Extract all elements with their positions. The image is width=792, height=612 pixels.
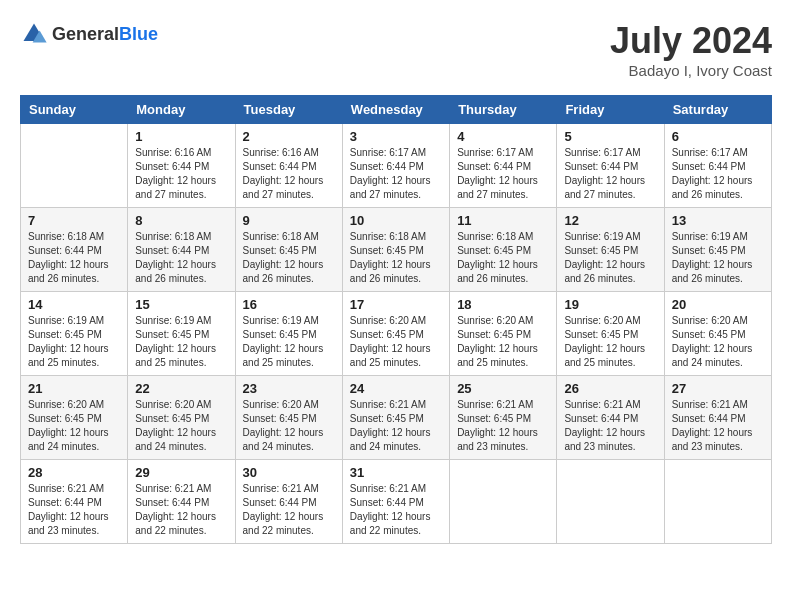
day-info: Sunrise: 6:18 AM Sunset: 6:45 PM Dayligh… — [457, 230, 549, 286]
day-number: 22 — [135, 381, 227, 396]
day-number: 19 — [564, 297, 656, 312]
calendar-cell: 29Sunrise: 6:21 AM Sunset: 6:44 PM Dayli… — [128, 460, 235, 544]
day-info: Sunrise: 6:20 AM Sunset: 6:45 PM Dayligh… — [350, 314, 442, 370]
day-number: 20 — [672, 297, 764, 312]
calendar-header-friday: Friday — [557, 96, 664, 124]
month-year-title: July 2024 — [610, 20, 772, 62]
calendar-cell: 20Sunrise: 6:20 AM Sunset: 6:45 PM Dayli… — [664, 292, 771, 376]
day-info: Sunrise: 6:17 AM Sunset: 6:44 PM Dayligh… — [672, 146, 764, 202]
calendar-week-row: 21Sunrise: 6:20 AM Sunset: 6:45 PM Dayli… — [21, 376, 772, 460]
logo-text-blue: Blue — [119, 24, 158, 44]
day-info: Sunrise: 6:19 AM Sunset: 6:45 PM Dayligh… — [28, 314, 120, 370]
calendar-header-thursday: Thursday — [450, 96, 557, 124]
day-info: Sunrise: 6:21 AM Sunset: 6:44 PM Dayligh… — [350, 482, 442, 538]
calendar-week-row: 1Sunrise: 6:16 AM Sunset: 6:44 PM Daylig… — [21, 124, 772, 208]
page-header: GeneralBlue July 2024 Badayo I, Ivory Co… — [20, 20, 772, 79]
day-info: Sunrise: 6:21 AM Sunset: 6:44 PM Dayligh… — [243, 482, 335, 538]
day-number: 16 — [243, 297, 335, 312]
calendar-cell: 5Sunrise: 6:17 AM Sunset: 6:44 PM Daylig… — [557, 124, 664, 208]
day-info: Sunrise: 6:20 AM Sunset: 6:45 PM Dayligh… — [135, 398, 227, 454]
day-info: Sunrise: 6:21 AM Sunset: 6:45 PM Dayligh… — [350, 398, 442, 454]
calendar-cell: 16Sunrise: 6:19 AM Sunset: 6:45 PM Dayli… — [235, 292, 342, 376]
logo-icon — [20, 20, 48, 48]
day-number: 11 — [457, 213, 549, 228]
calendar-header-row: SundayMondayTuesdayWednesdayThursdayFrid… — [21, 96, 772, 124]
day-info: Sunrise: 6:21 AM Sunset: 6:44 PM Dayligh… — [564, 398, 656, 454]
day-number: 9 — [243, 213, 335, 228]
day-number: 5 — [564, 129, 656, 144]
day-number: 10 — [350, 213, 442, 228]
calendar-cell: 22Sunrise: 6:20 AM Sunset: 6:45 PM Dayli… — [128, 376, 235, 460]
day-info: Sunrise: 6:19 AM Sunset: 6:45 PM Dayligh… — [564, 230, 656, 286]
calendar-cell: 12Sunrise: 6:19 AM Sunset: 6:45 PM Dayli… — [557, 208, 664, 292]
day-number: 24 — [350, 381, 442, 396]
day-info: Sunrise: 6:21 AM Sunset: 6:45 PM Dayligh… — [457, 398, 549, 454]
day-number: 28 — [28, 465, 120, 480]
day-info: Sunrise: 6:20 AM Sunset: 6:45 PM Dayligh… — [243, 398, 335, 454]
calendar-header-saturday: Saturday — [664, 96, 771, 124]
day-number: 26 — [564, 381, 656, 396]
day-number: 14 — [28, 297, 120, 312]
calendar-cell: 15Sunrise: 6:19 AM Sunset: 6:45 PM Dayli… — [128, 292, 235, 376]
day-number: 29 — [135, 465, 227, 480]
day-info: Sunrise: 6:17 AM Sunset: 6:44 PM Dayligh… — [350, 146, 442, 202]
calendar-cell — [450, 460, 557, 544]
calendar-cell: 8Sunrise: 6:18 AM Sunset: 6:44 PM Daylig… — [128, 208, 235, 292]
day-info: Sunrise: 6:20 AM Sunset: 6:45 PM Dayligh… — [28, 398, 120, 454]
day-info: Sunrise: 6:21 AM Sunset: 6:44 PM Dayligh… — [135, 482, 227, 538]
day-number: 27 — [672, 381, 764, 396]
day-info: Sunrise: 6:19 AM Sunset: 6:45 PM Dayligh… — [135, 314, 227, 370]
calendar-cell: 23Sunrise: 6:20 AM Sunset: 6:45 PM Dayli… — [235, 376, 342, 460]
day-info: Sunrise: 6:18 AM Sunset: 6:45 PM Dayligh… — [243, 230, 335, 286]
calendar-cell: 21Sunrise: 6:20 AM Sunset: 6:45 PM Dayli… — [21, 376, 128, 460]
day-info: Sunrise: 6:16 AM Sunset: 6:44 PM Dayligh… — [135, 146, 227, 202]
day-info: Sunrise: 6:18 AM Sunset: 6:44 PM Dayligh… — [135, 230, 227, 286]
day-info: Sunrise: 6:20 AM Sunset: 6:45 PM Dayligh… — [457, 314, 549, 370]
day-number: 12 — [564, 213, 656, 228]
logo: GeneralBlue — [20, 20, 158, 48]
calendar-cell: 27Sunrise: 6:21 AM Sunset: 6:44 PM Dayli… — [664, 376, 771, 460]
day-info: Sunrise: 6:18 AM Sunset: 6:44 PM Dayligh… — [28, 230, 120, 286]
day-info: Sunrise: 6:17 AM Sunset: 6:44 PM Dayligh… — [564, 146, 656, 202]
calendar-cell: 14Sunrise: 6:19 AM Sunset: 6:45 PM Dayli… — [21, 292, 128, 376]
day-number: 30 — [243, 465, 335, 480]
calendar-cell: 19Sunrise: 6:20 AM Sunset: 6:45 PM Dayli… — [557, 292, 664, 376]
day-info: Sunrise: 6:19 AM Sunset: 6:45 PM Dayligh… — [243, 314, 335, 370]
day-info: Sunrise: 6:21 AM Sunset: 6:44 PM Dayligh… — [672, 398, 764, 454]
calendar-week-row: 7Sunrise: 6:18 AM Sunset: 6:44 PM Daylig… — [21, 208, 772, 292]
calendar-header-wednesday: Wednesday — [342, 96, 449, 124]
day-number: 17 — [350, 297, 442, 312]
day-number: 2 — [243, 129, 335, 144]
day-number: 6 — [672, 129, 764, 144]
calendar-week-row: 14Sunrise: 6:19 AM Sunset: 6:45 PM Dayli… — [21, 292, 772, 376]
day-number: 25 — [457, 381, 549, 396]
calendar-cell: 11Sunrise: 6:18 AM Sunset: 6:45 PM Dayli… — [450, 208, 557, 292]
day-number: 7 — [28, 213, 120, 228]
calendar-cell: 18Sunrise: 6:20 AM Sunset: 6:45 PM Dayli… — [450, 292, 557, 376]
calendar-table: SundayMondayTuesdayWednesdayThursdayFrid… — [20, 95, 772, 544]
calendar-cell: 30Sunrise: 6:21 AM Sunset: 6:44 PM Dayli… — [235, 460, 342, 544]
calendar-cell: 6Sunrise: 6:17 AM Sunset: 6:44 PM Daylig… — [664, 124, 771, 208]
day-info: Sunrise: 6:18 AM Sunset: 6:45 PM Dayligh… — [350, 230, 442, 286]
calendar-week-row: 28Sunrise: 6:21 AM Sunset: 6:44 PM Dayli… — [21, 460, 772, 544]
day-number: 8 — [135, 213, 227, 228]
day-number: 31 — [350, 465, 442, 480]
day-info: Sunrise: 6:20 AM Sunset: 6:45 PM Dayligh… — [672, 314, 764, 370]
day-info: Sunrise: 6:20 AM Sunset: 6:45 PM Dayligh… — [564, 314, 656, 370]
calendar-cell: 4Sunrise: 6:17 AM Sunset: 6:44 PM Daylig… — [450, 124, 557, 208]
calendar-cell: 9Sunrise: 6:18 AM Sunset: 6:45 PM Daylig… — [235, 208, 342, 292]
calendar-cell: 10Sunrise: 6:18 AM Sunset: 6:45 PM Dayli… — [342, 208, 449, 292]
day-number: 23 — [243, 381, 335, 396]
day-number: 4 — [457, 129, 549, 144]
day-info: Sunrise: 6:21 AM Sunset: 6:44 PM Dayligh… — [28, 482, 120, 538]
calendar-cell: 2Sunrise: 6:16 AM Sunset: 6:44 PM Daylig… — [235, 124, 342, 208]
calendar-cell — [664, 460, 771, 544]
calendar-header-tuesday: Tuesday — [235, 96, 342, 124]
day-number: 18 — [457, 297, 549, 312]
day-number: 21 — [28, 381, 120, 396]
calendar-cell: 25Sunrise: 6:21 AM Sunset: 6:45 PM Dayli… — [450, 376, 557, 460]
calendar-cell: 13Sunrise: 6:19 AM Sunset: 6:45 PM Dayli… — [664, 208, 771, 292]
calendar-header-monday: Monday — [128, 96, 235, 124]
logo-text-general: General — [52, 24, 119, 44]
calendar-header-sunday: Sunday — [21, 96, 128, 124]
